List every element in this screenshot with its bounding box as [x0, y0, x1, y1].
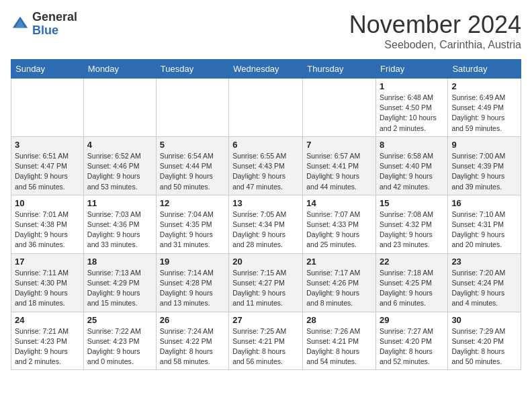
day-number: 6	[232, 140, 299, 150]
day-cell: 19Sunrise: 7:14 AM Sunset: 4:28 PM Dayli…	[156, 253, 228, 312]
day-cell: 20Sunrise: 7:15 AM Sunset: 4:27 PM Dayli…	[229, 253, 303, 312]
logo: General Blue	[11, 11, 77, 38]
day-number: 11	[87, 198, 152, 208]
header-cell-friday: Friday	[376, 60, 448, 79]
day-cell: 15Sunrise: 7:08 AM Sunset: 4:32 PM Dayli…	[376, 195, 448, 253]
day-number: 27	[232, 315, 299, 325]
week-row-5: 24Sunrise: 7:21 AM Sunset: 4:23 PM Dayli…	[11, 312, 521, 370]
header-cell-thursday: Thursday	[303, 60, 376, 79]
day-cell: 7Sunrise: 6:57 AM Sunset: 4:41 PM Daylig…	[303, 136, 376, 195]
day-info: Sunrise: 6:52 AM Sunset: 4:46 PM Dayligh…	[87, 151, 152, 192]
day-cell: 23Sunrise: 7:20 AM Sunset: 4:24 PM Dayli…	[448, 253, 521, 312]
day-info: Sunrise: 7:05 AM Sunset: 4:34 PM Dayligh…	[232, 210, 299, 250]
day-info: Sunrise: 7:27 AM Sunset: 4:20 PM Dayligh…	[380, 326, 444, 367]
day-number: 25	[87, 315, 152, 325]
day-info: Sunrise: 7:13 AM Sunset: 4:29 PM Dayligh…	[87, 268, 152, 309]
day-cell: 26Sunrise: 7:24 AM Sunset: 4:22 PM Dayli…	[156, 312, 228, 370]
day-cell: 4Sunrise: 6:52 AM Sunset: 4:46 PM Daylig…	[83, 136, 156, 195]
day-cell	[303, 79, 376, 137]
day-cell: 25Sunrise: 7:22 AM Sunset: 4:23 PM Dayli…	[83, 312, 156, 370]
day-number: 10	[15, 198, 80, 208]
day-cell: 18Sunrise: 7:13 AM Sunset: 4:29 PM Dayli…	[83, 253, 156, 312]
week-row-1: 1Sunrise: 6:48 AM Sunset: 4:50 PM Daylig…	[11, 79, 521, 137]
day-cell: 24Sunrise: 7:21 AM Sunset: 4:23 PM Dayli…	[11, 312, 84, 370]
week-row-4: 17Sunrise: 7:11 AM Sunset: 4:30 PM Dayli…	[11, 253, 521, 312]
day-cell	[156, 79, 228, 137]
day-cell	[229, 79, 303, 137]
logo-icon	[11, 15, 30, 34]
day-cell: 5Sunrise: 6:54 AM Sunset: 4:44 PM Daylig…	[156, 136, 228, 195]
week-row-2: 3Sunrise: 6:51 AM Sunset: 4:47 PM Daylig…	[11, 136, 521, 195]
day-info: Sunrise: 7:10 AM Sunset: 4:31 PM Dayligh…	[451, 210, 517, 250]
day-cell: 12Sunrise: 7:04 AM Sunset: 4:35 PM Dayli…	[156, 195, 228, 253]
logo-text: General Blue	[32, 11, 77, 38]
day-info: Sunrise: 7:01 AM Sunset: 4:38 PM Dayligh…	[15, 210, 80, 250]
header-cell-sunday: Sunday	[11, 60, 84, 79]
day-number: 12	[160, 198, 225, 208]
header-cell-wednesday: Wednesday	[229, 60, 303, 79]
day-info: Sunrise: 7:29 AM Sunset: 4:20 PM Dayligh…	[451, 326, 517, 367]
day-info: Sunrise: 7:24 AM Sunset: 4:22 PM Dayligh…	[160, 326, 225, 367]
logo-general-text: General	[32, 11, 77, 24]
day-cell: 30Sunrise: 7:29 AM Sunset: 4:20 PM Dayli…	[448, 312, 521, 370]
day-cell	[83, 79, 156, 137]
day-number: 24	[15, 315, 80, 325]
day-cell	[11, 79, 84, 137]
day-number: 7	[306, 140, 372, 150]
day-number: 29	[380, 315, 444, 325]
day-cell: 22Sunrise: 7:18 AM Sunset: 4:25 PM Dayli…	[376, 253, 448, 312]
title-area: November 2024 Seeboden, Carinthia, Austr…	[349, 11, 521, 51]
day-number: 1	[380, 81, 444, 91]
logo-blue-text: Blue	[32, 24, 77, 38]
day-cell: 27Sunrise: 7:25 AM Sunset: 4:21 PM Dayli…	[229, 312, 303, 370]
day-info: Sunrise: 7:04 AM Sunset: 4:35 PM Dayligh…	[160, 210, 225, 250]
day-number: 16	[451, 198, 517, 208]
day-cell: 13Sunrise: 7:05 AM Sunset: 4:34 PM Dayli…	[229, 195, 303, 253]
day-info: Sunrise: 7:14 AM Sunset: 4:28 PM Dayligh…	[160, 268, 225, 309]
day-info: Sunrise: 7:08 AM Sunset: 4:32 PM Dayligh…	[380, 210, 444, 250]
day-number: 4	[87, 140, 152, 150]
header-cell-saturday: Saturday	[448, 60, 521, 79]
day-cell: 29Sunrise: 7:27 AM Sunset: 4:20 PM Dayli…	[376, 312, 448, 370]
day-number: 28	[306, 315, 372, 325]
day-info: Sunrise: 7:22 AM Sunset: 4:23 PM Dayligh…	[87, 326, 152, 367]
month-title: November 2024	[349, 11, 521, 39]
day-info: Sunrise: 7:15 AM Sunset: 4:27 PM Dayligh…	[232, 268, 299, 309]
day-cell: 11Sunrise: 7:03 AM Sunset: 4:36 PM Dayli…	[83, 195, 156, 253]
day-number: 5	[160, 140, 225, 150]
day-info: Sunrise: 6:48 AM Sunset: 4:50 PM Dayligh…	[380, 93, 444, 134]
day-info: Sunrise: 7:03 AM Sunset: 4:36 PM Dayligh…	[87, 210, 152, 250]
header: General Blue November 2024 Seeboden, Car…	[11, 11, 521, 51]
day-info: Sunrise: 7:26 AM Sunset: 4:21 PM Dayligh…	[306, 326, 372, 367]
day-cell: 2Sunrise: 6:49 AM Sunset: 4:49 PM Daylig…	[448, 79, 521, 137]
day-number: 19	[160, 257, 225, 267]
day-number: 23	[451, 257, 517, 267]
day-number: 9	[451, 140, 517, 150]
day-cell: 16Sunrise: 7:10 AM Sunset: 4:31 PM Dayli…	[448, 195, 521, 253]
day-info: Sunrise: 6:58 AM Sunset: 4:40 PM Dayligh…	[380, 151, 444, 192]
day-number: 30	[451, 315, 517, 325]
day-number: 17	[15, 257, 80, 267]
day-number: 3	[15, 140, 80, 150]
day-info: Sunrise: 7:07 AM Sunset: 4:33 PM Dayligh…	[306, 210, 372, 250]
day-cell: 3Sunrise: 6:51 AM Sunset: 4:47 PM Daylig…	[11, 136, 84, 195]
location-title: Seeboden, Carinthia, Austria	[349, 39, 521, 51]
day-cell: 8Sunrise: 6:58 AM Sunset: 4:40 PM Daylig…	[376, 136, 448, 195]
header-row: SundayMondayTuesdayWednesdayThursdayFrid…	[11, 60, 521, 79]
day-number: 13	[232, 198, 299, 208]
week-row-3: 10Sunrise: 7:01 AM Sunset: 4:38 PM Dayli…	[11, 195, 521, 253]
header-cell-tuesday: Tuesday	[156, 60, 228, 79]
day-info: Sunrise: 6:57 AM Sunset: 4:41 PM Dayligh…	[306, 151, 372, 192]
day-cell: 9Sunrise: 7:00 AM Sunset: 4:39 PM Daylig…	[448, 136, 521, 195]
day-info: Sunrise: 7:25 AM Sunset: 4:21 PM Dayligh…	[232, 326, 299, 367]
day-cell: 1Sunrise: 6:48 AM Sunset: 4:50 PM Daylig…	[376, 79, 448, 137]
day-info: Sunrise: 7:11 AM Sunset: 4:30 PM Dayligh…	[15, 268, 80, 309]
day-number: 20	[232, 257, 299, 267]
header-cell-monday: Monday	[83, 60, 156, 79]
day-info: Sunrise: 6:54 AM Sunset: 4:44 PM Dayligh…	[160, 151, 225, 192]
day-info: Sunrise: 7:17 AM Sunset: 4:26 PM Dayligh…	[306, 268, 372, 309]
day-cell: 6Sunrise: 6:55 AM Sunset: 4:43 PM Daylig…	[229, 136, 303, 195]
day-info: Sunrise: 7:18 AM Sunset: 4:25 PM Dayligh…	[380, 268, 444, 309]
day-number: 21	[306, 257, 372, 267]
day-number: 26	[160, 315, 225, 325]
